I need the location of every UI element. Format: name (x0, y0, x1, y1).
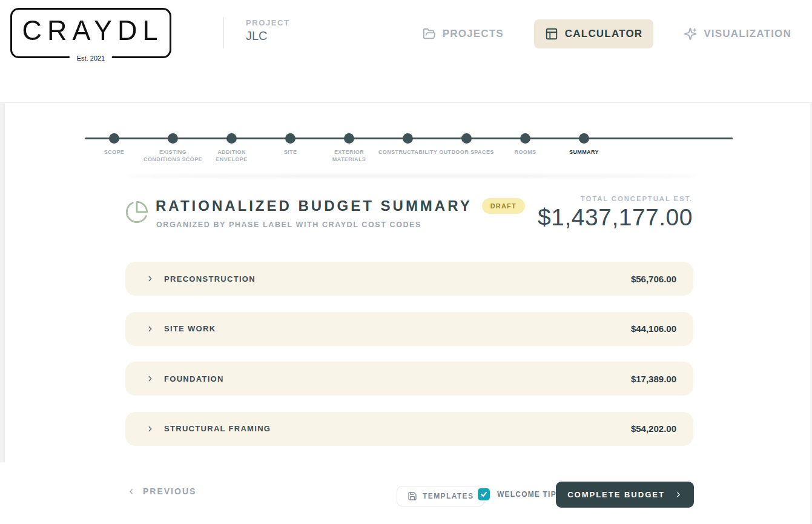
chevron-right-icon (146, 425, 154, 433)
sparkles-icon (684, 27, 697, 41)
stepper-step-summary[interactable]: SUMMARY (555, 103, 613, 163)
calculator-card: SCOPE EXISTING CONDITIONS SCOPE ADDITION… (5, 103, 812, 462)
nav-label: PROJECTS (443, 28, 504, 40)
stepper-step-existing-conditions-scope[interactable]: EXISTING CONDITIONS SCOPE (144, 103, 202, 163)
chevron-right-icon (675, 491, 682, 499)
check-icon (480, 491, 487, 498)
folder-open-icon (423, 27, 436, 41)
step-dot (226, 133, 237, 144)
nav-item-calculator[interactable]: CALCULATOR (534, 19, 653, 48)
stepper-step-scope[interactable]: SCOPE (85, 103, 144, 163)
nav-item-visualization[interactable]: VISUALIZATION (673, 19, 802, 48)
project-label: PROJECT (246, 18, 290, 27)
chevron-right-icon (146, 374, 154, 383)
stepper-step-exterior-materials[interactable]: EXTERIOR MATERIALS (320, 103, 378, 163)
save-icon (408, 491, 417, 501)
stepper-steps: SCOPE EXISTING CONDITIONS SCOPE ADDITION… (85, 103, 613, 163)
project-name: JLC (246, 29, 290, 43)
templates-button[interactable]: TEMPLATES (397, 486, 484, 506)
step-dot (285, 133, 295, 144)
phase-row-structural-framing[interactable]: STRUCTURAL FRAMING $54,202.00 (125, 412, 693, 446)
nav-label: CALCULATOR (565, 28, 642, 40)
wizard-footer: PREVIOUS TEMPLATES WELCOME TIPS COMPLETE… (0, 462, 812, 524)
panel-grid-icon (545, 27, 558, 41)
stepper-step-constructability[interactable]: CONSTRUCTABILITY (378, 103, 437, 163)
welcome-tips-toggle[interactable]: WELCOME TIPS (478, 488, 562, 500)
summary-title-row: RATIONALIZED BUDGET SUMMARY DRAFT (156, 197, 525, 214)
pie-chart-icon (125, 200, 149, 224)
chevron-right-icon (146, 274, 154, 283)
stepper-step-outdoor-spaces[interactable]: OUTDOOR SPACES (437, 103, 496, 163)
step-dot (579, 133, 589, 144)
main-nav: PROJECTS CALCULATOR VISUALIZATION (412, 15, 802, 53)
chevron-left-icon (127, 488, 135, 496)
phase-list: PRECONSTRUCTION $56,706.00 SITE WORK $44… (125, 262, 693, 446)
page-subtitle: ORGANIZED BY PHASE LABEL WITH CRAYDL COS… (156, 221, 421, 229)
app-header: CRAYDL Est. 2021 PROJECT JLC PROJECTS CA… (0, 0, 812, 103)
nav-item-projects[interactable]: PROJECTS (412, 19, 515, 48)
header-divider (223, 17, 224, 48)
stepper-step-site[interactable]: SITE (261, 103, 320, 163)
total-value: $1,437,177.00 (538, 204, 693, 231)
total-block: TOTAL CONCEPTUAL EST. $1,437,177.00 (538, 195, 693, 231)
phase-row-site-work[interactable]: SITE WORK $44,106.00 (125, 312, 693, 346)
phase-row-foundation[interactable]: FOUNDATION $17,389.00 (125, 362, 693, 396)
page-title: RATIONALIZED BUDGET SUMMARY (156, 197, 472, 214)
step-dot (109, 133, 119, 144)
step-dot (461, 133, 472, 144)
section-divider (126, 175, 698, 177)
stepper-step-addition-envelope[interactable]: ADDITION ENVELOPE (202, 103, 261, 163)
project-block: PROJECT JLC (246, 18, 290, 43)
total-label: TOTAL CONCEPTUAL EST. (538, 195, 693, 202)
logo-tagline: Est. 2021 (70, 55, 112, 62)
phase-row-preconstruction[interactable]: PRECONSTRUCTION $56,706.00 (125, 262, 693, 296)
nav-label: VISUALIZATION (704, 28, 791, 40)
step-dot (344, 133, 354, 144)
logo-wordmark: CRAYDL (18, 15, 163, 47)
complete-budget-button[interactable]: COMPLETE BUDGET (556, 482, 694, 508)
progress-stepper: SCOPE EXISTING CONDITIONS SCOPE ADDITION… (5, 103, 812, 170)
stepper-step-rooms[interactable]: ROOMS (496, 103, 555, 163)
step-dot (520, 133, 530, 144)
main-background: SCOPE EXISTING CONDITIONS SCOPE ADDITION… (0, 103, 812, 462)
chevron-right-icon (146, 325, 154, 333)
welcome-tips-checkbox[interactable] (478, 488, 490, 500)
step-dot (403, 133, 413, 144)
welcome-tips-label: WELCOME TIPS (497, 490, 562, 499)
draft-status-badge: DRAFT (482, 198, 525, 214)
previous-button[interactable]: PREVIOUS (127, 486, 196, 496)
step-dot (168, 133, 178, 144)
craydl-logo[interactable]: CRAYDL Est. 2021 (10, 8, 171, 58)
